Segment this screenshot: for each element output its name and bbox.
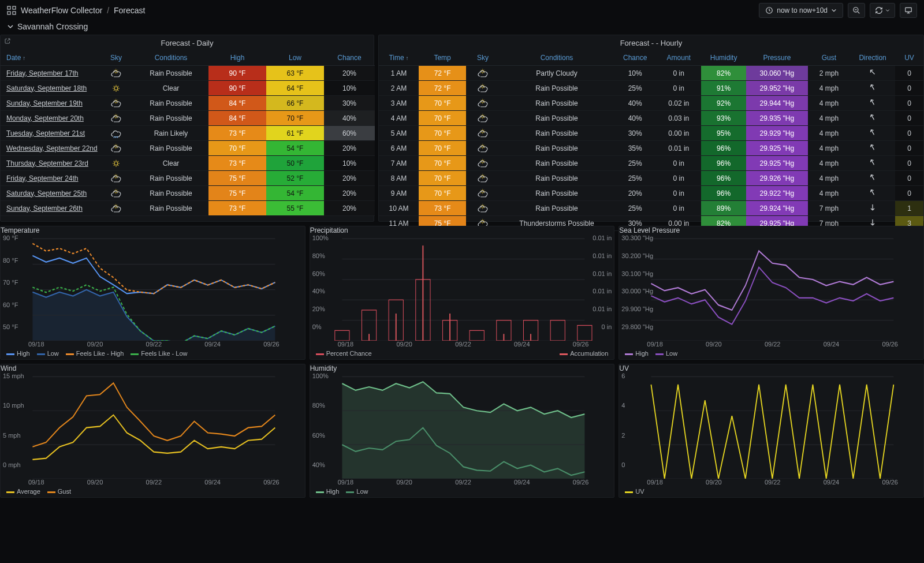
cell-temp: 73 °F bbox=[419, 201, 466, 216]
y2-tick: 0.01 in bbox=[593, 270, 612, 277]
svg-line-161 bbox=[481, 177, 482, 178]
cell-date[interactable]: Saturday, September 18th bbox=[1, 81, 99, 96]
table-row: Wednesday, September 22ndRain Possible70… bbox=[1, 141, 375, 156]
legend-item[interactable]: Low bbox=[655, 350, 677, 357]
svg-line-96 bbox=[481, 69, 482, 70]
chart-plot-area[interactable]: 100%80%60%40%20%0%0.01 in0.01 in0.01 in0… bbox=[310, 234, 614, 341]
cell-conditions: Partly Cloudy bbox=[500, 66, 614, 81]
chart-plot-area[interactable]: 6420 bbox=[619, 372, 923, 479]
col-high[interactable]: High bbox=[208, 50, 266, 66]
section-row[interactable]: Savannah Crossing bbox=[0, 21, 924, 35]
svg-line-32 bbox=[114, 102, 115, 103]
panel-link-icon[interactable] bbox=[4, 38, 11, 46]
col-uv[interactable]: UV bbox=[895, 50, 923, 66]
legend-item[interactable]: Percent Chance bbox=[316, 350, 372, 357]
chart-plot-area[interactable]: 30.300 "Hg30.200 "Hg30.100 "Hg30.000 "Hg… bbox=[619, 234, 923, 341]
legend-item[interactable]: High bbox=[316, 488, 340, 495]
col-conditions[interactable]: Conditions bbox=[133, 50, 208, 66]
legend-item[interactable]: Gust bbox=[47, 488, 71, 495]
cell-date[interactable]: Sunday, September 26th bbox=[1, 201, 99, 216]
svg-line-134 bbox=[481, 132, 482, 133]
col-chance[interactable]: Chance bbox=[324, 50, 375, 66]
svg-line-108 bbox=[484, 84, 485, 85]
cell-conditions: Clear bbox=[133, 156, 208, 171]
cell-date[interactable]: Friday, September 17th bbox=[1, 66, 99, 81]
col-amount[interactable]: Amount bbox=[656, 50, 701, 66]
breadcrumb-page[interactable]: Forecast bbox=[114, 6, 145, 15]
cell-date[interactable]: Sunday, September 19th bbox=[1, 96, 99, 111]
col-conditions[interactable]: Conditions bbox=[500, 50, 614, 66]
cell-conditions: Rain Possible bbox=[500, 126, 614, 141]
cell-direction bbox=[850, 171, 895, 186]
legend-item[interactable]: Low bbox=[37, 350, 59, 357]
y-tick: 70 °F bbox=[3, 279, 18, 286]
x-tick: 09/20 bbox=[87, 341, 103, 348]
col-sky[interactable]: Sky bbox=[99, 50, 133, 66]
cell-low: 54 °F bbox=[266, 186, 324, 201]
svg-line-142 bbox=[484, 147, 485, 148]
col-time[interactable]: Time ↑ bbox=[379, 50, 419, 66]
svg-line-42 bbox=[117, 114, 118, 115]
cell-time: 5 AM bbox=[379, 126, 419, 141]
svg-line-187 bbox=[484, 222, 485, 223]
breadcrumb-app[interactable]: WeatherFlow Collector bbox=[21, 6, 102, 15]
legend-item[interactable]: Low bbox=[346, 488, 368, 495]
cell-date[interactable]: Saturday, September 25th bbox=[1, 186, 99, 201]
dashboard-grid-icon[interactable] bbox=[7, 6, 16, 15]
refresh-button[interactable] bbox=[870, 3, 895, 18]
y-tick: 90 °F bbox=[3, 234, 18, 241]
cell-low: 52 °F bbox=[266, 171, 324, 186]
cell-sky-icon bbox=[99, 141, 133, 156]
chart-legend: UV bbox=[619, 486, 923, 497]
panel-title: Wind bbox=[1, 364, 305, 372]
col-humidity[interactable]: Humidity bbox=[701, 50, 746, 66]
col-temp[interactable]: Temp bbox=[419, 50, 466, 66]
breadcrumb[interactable]: WeatherFlow Collector / Forecast bbox=[21, 6, 146, 15]
y-tick: 0 mph bbox=[3, 461, 24, 468]
cell-chance: 10% bbox=[614, 66, 656, 81]
legend-item[interactable]: UV bbox=[625, 488, 644, 495]
y2-tick: 0.01 in bbox=[593, 252, 612, 259]
tv-mode-button[interactable] bbox=[900, 3, 917, 18]
cell-date[interactable]: Monday, September 20th bbox=[1, 111, 99, 126]
cell-date[interactable]: Friday, September 24th bbox=[1, 171, 99, 186]
cell-gust: 7 mph bbox=[808, 201, 850, 216]
col-chance[interactable]: Chance bbox=[614, 50, 656, 66]
cell-date[interactable]: Thursday, September 23rd bbox=[1, 156, 99, 171]
chart-plot-area[interactable]: 100%80%60%40% bbox=[310, 372, 614, 479]
legend-item[interactable]: High bbox=[6, 350, 30, 357]
cell-sky-icon bbox=[99, 66, 133, 81]
legend-item[interactable]: Accumulation bbox=[560, 350, 608, 357]
col-direction[interactable]: Direction bbox=[850, 50, 895, 66]
cell-date[interactable]: Wednesday, September 22nd bbox=[1, 141, 99, 156]
cell-high: 84 °F bbox=[208, 96, 266, 111]
legend-item[interactable]: Average bbox=[6, 488, 40, 495]
col-low[interactable]: Low bbox=[266, 50, 324, 66]
legend-item[interactable]: High bbox=[625, 350, 649, 357]
chart-plot-area[interactable]: 15 mph10 mph5 mph0 mph bbox=[1, 372, 305, 479]
x-tick: 09/22 bbox=[765, 341, 781, 348]
chart-plot-area[interactable]: 90 °F80 °F70 °F60 °F50 °F bbox=[1, 234, 305, 341]
timerange-picker[interactable]: now to now+10d bbox=[759, 3, 843, 18]
cell-conditions: Rain Possible bbox=[500, 141, 614, 156]
legend-item[interactable]: Feels Like - Low bbox=[131, 350, 187, 357]
svg-line-135 bbox=[484, 129, 485, 130]
cell-high: 75 °F bbox=[208, 171, 266, 186]
col-gust[interactable]: Gust bbox=[808, 50, 850, 66]
cell-uv: 0 bbox=[895, 96, 923, 111]
col-pressure[interactable]: Pressure bbox=[746, 50, 808, 66]
svg-line-70 bbox=[117, 177, 118, 178]
cell-high: 75 °F bbox=[208, 186, 266, 201]
cell-humidity: 96% bbox=[701, 141, 746, 156]
cell-temp: 70 °F bbox=[419, 111, 466, 126]
cell-pressure: 29.922 "Hg bbox=[746, 186, 808, 201]
cell-pressure: 29.925 "Hg bbox=[746, 141, 808, 156]
legend-item[interactable]: Feels Like - High bbox=[66, 350, 124, 357]
col-sky[interactable]: Sky bbox=[466, 50, 500, 66]
panel-chart-wind: Wind15 mph10 mph5 mph0 mph09/1809/2009/2… bbox=[0, 364, 305, 498]
cell-date[interactable]: Tuesday, September 21st bbox=[1, 126, 99, 141]
zoom-out-button[interactable] bbox=[848, 3, 865, 18]
y-tick: 29.900 "Hg bbox=[621, 305, 653, 312]
cell-chance: 25% bbox=[614, 156, 656, 171]
col-date[interactable]: Date ↑ bbox=[1, 50, 99, 66]
